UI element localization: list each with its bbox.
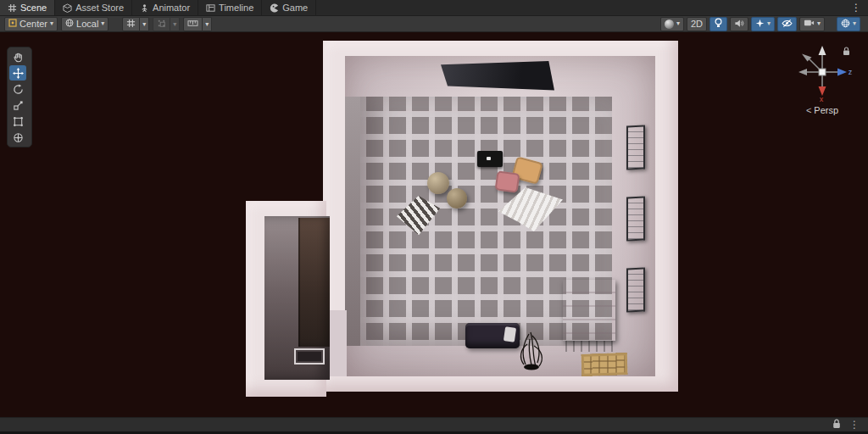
rect-tool-button[interactable] [9,114,26,129]
gizmo-z-axis-cone[interactable] [837,69,847,76]
hand-tool-button[interactable] [9,49,26,64]
effects-dropdown[interactable]: ▾ [751,17,775,31]
coordinate-space-label: Local [76,19,98,29]
scene-toolbar: Center ▾ Local ▾ ▾ ▾ [0,16,868,32]
tab-label: Timeline [219,3,253,13]
media-console[interactable] [477,151,503,167]
shaded-sphere-icon [665,19,674,29]
grid-icon [126,19,136,30]
unity-editor-window: Scene Asset Store Animator Timeline Game [0,0,868,434]
grid-snap-icon [157,19,166,30]
chevron-down-icon: ▾ [853,20,856,27]
scene-grid-icon [8,3,17,13]
chevron-down-icon: ▾ [767,20,771,27]
persp-text: Persp [814,105,838,115]
gizmo-y-axis-cone[interactable] [819,46,826,55]
scene-audio-toggle[interactable] [730,17,748,31]
globe-icon [65,19,74,29]
floor-pouf[interactable] [447,188,467,209]
animator-icon [140,3,149,13]
tab-animator[interactable]: Animator [132,0,198,15]
picture-frame[interactable] [626,196,645,241]
gizmos-sphere-icon [841,19,850,30]
2d-view-toggle[interactable]: 2D [687,17,707,31]
eye-slash-icon [782,19,793,30]
game-icon [270,3,279,13]
scene-view-options: ▾ 2D ▾ [660,17,860,31]
camera-icon [804,19,815,29]
tab-asset-store[interactable]: Asset Store [55,0,132,15]
timeline-icon [206,3,215,13]
cushion-pink[interactable] [495,170,520,193]
pivot-mode-label: Center [19,19,47,29]
package-icon [63,3,72,13]
tab-game[interactable]: Game [262,0,316,15]
grid-snap-dropdown[interactable]: ▾ [170,17,180,31]
doormat[interactable] [294,348,325,364]
scene-lighting-toggle[interactable] [709,17,727,31]
patterned-rug[interactable] [581,353,628,376]
grid-snap-button[interactable] [153,17,170,31]
scene-visibility-toggle[interactable] [777,17,797,31]
2d-label: 2D [691,19,703,29]
floor-shadow-strip [345,97,360,346]
move-tool-button[interactable] [9,65,26,81]
wardrobe[interactable] [298,218,330,347]
gizmos-dropdown[interactable]: ▾ [837,17,860,31]
picture-frame[interactable] [626,125,645,170]
camera-settings-dropdown[interactable]: ▾ [799,17,825,31]
dresser[interactable] [563,280,615,341]
grid-options-dropdown[interactable]: ▾ [140,17,149,31]
gizmo-x-label: x [820,95,824,103]
chevron-down-icon: ▾ [676,20,680,27]
chevron-down-icon: ▾ [142,20,146,28]
tab-label: Game [282,3,308,13]
increment-snap-button[interactable] [183,17,203,31]
transform-tool-button[interactable] [9,130,26,145]
picture-frame[interactable] [626,267,645,312]
tab-label: Scene [20,3,47,13]
increment-snap-dropdown[interactable]: ▾ [203,17,212,31]
light-bulb-icon [714,18,723,30]
chevron-down-icon: ▾ [205,20,209,28]
pivot-icon [8,19,17,29]
lock-icon[interactable] [832,419,841,431]
gizmo-lock-icon[interactable] [843,44,850,59]
status-bar-menu-button[interactable]: ⋮ [849,419,860,431]
tab-timeline[interactable]: Timeline [198,0,262,15]
pivot-mode-dropdown[interactable]: Center ▾ [4,17,58,31]
wood-drawers[interactable] [565,341,613,352]
increment-snap-icon [187,19,198,30]
rotate-tool-button[interactable] [9,81,26,97]
scene-viewport[interactable]: x z <Persp [0,32,868,417]
gizmo-perspective-label[interactable]: <Persp [788,105,856,115]
grid-visibility-button[interactable] [122,17,140,31]
gizmo-neg-z-cone[interactable] [798,69,807,75]
chevron-down-icon: ▾ [101,20,104,27]
shading-mode-dropdown[interactable]: ▾ [660,17,684,31]
scale-tool-button[interactable] [9,97,26,113]
tab-label: Animator [153,3,190,13]
plant[interactable] [512,327,551,371]
tab-label: Asset Store [75,3,124,13]
speaker-icon [734,19,744,30]
persp-arrow: < [806,105,811,115]
coordinate-space-dropdown[interactable]: Local ▾ [61,17,108,31]
status-bar: ⋮ [0,417,868,431]
tab-bar-menu-button[interactable]: ⋮ [844,0,868,15]
tools-overlay [7,47,32,147]
chevron-down-icon: ▾ [817,20,821,27]
chevron-down-icon: ▾ [50,20,53,27]
effects-star-icon [755,19,765,30]
floor-pouf[interactable] [427,172,449,194]
tab-scene[interactable]: Scene [0,0,55,15]
tab-bar: Scene Asset Store Animator Timeline Game [0,0,868,16]
gizmo-z-label: z [849,68,853,76]
gizmo-center-cube[interactable] [819,69,826,75]
chevron-down-icon: ▾ [173,20,176,28]
